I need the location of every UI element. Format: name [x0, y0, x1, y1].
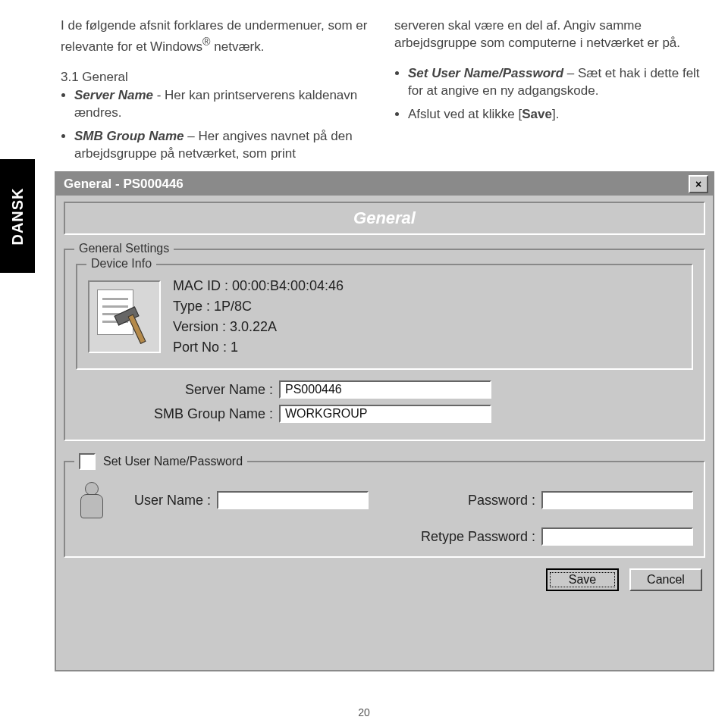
bullet-server-name: Server Name - Her kan printserverens kal…	[74, 87, 372, 122]
general-settings-legend: General Settings	[74, 242, 174, 255]
header-band: General	[64, 202, 705, 235]
credentials-group: Set User Name/Password User Name : Passw…	[64, 461, 705, 558]
left-column: I de følgende afsnit forklares de underm…	[61, 5, 372, 156]
header-band-label: General	[353, 208, 416, 228]
device-info-text: MAC ID : 00:00:B4:00:04:46 Type : 1P/8C …	[173, 276, 344, 358]
port-value: Port No : 1	[173, 337, 344, 358]
device-info-group: Device Info MAC ID : 00:00:B4:00:04:46 T…	[76, 264, 693, 370]
section-heading: 3.1 General	[61, 69, 372, 86]
cancel-button[interactable]: Cancel	[629, 568, 702, 591]
password-label: Password :	[468, 493, 535, 509]
bullet-set-user: Set User Name/Password – Sæt et hak i de…	[408, 65, 705, 100]
smb-group-input[interactable]: WORKGROUP	[279, 405, 491, 423]
server-name-input[interactable]: PS000446	[279, 380, 491, 399]
titlebar[interactable]: General - PS000446 ×	[56, 173, 713, 196]
set-user-checkbox[interactable]	[79, 453, 96, 470]
user-name-label: User Name :	[112, 493, 211, 509]
language-tab: DANSK	[0, 159, 35, 273]
close-button[interactable]: ×	[689, 175, 708, 193]
smb-group-label: SMB Group Name :	[76, 406, 273, 422]
close-icon: ×	[695, 178, 701, 190]
retype-label: Retype Password :	[421, 529, 535, 545]
credentials-legend: Set User Name/Password	[74, 453, 247, 470]
general-settings-group: General Settings Device Info MAC ID : 00…	[64, 249, 705, 441]
hammer-icon	[114, 308, 152, 346]
device-info-legend: Device Info	[86, 257, 156, 271]
server-name-label: Server Name :	[76, 382, 273, 398]
general-dialog: General - PS000446 × General General Set…	[55, 171, 714, 671]
right-column: serveren skal være en del af. Angiv samm…	[394, 5, 705, 156]
user-icon	[76, 480, 106, 520]
smb-group-row: SMB Group Name : WORKGROUP	[76, 405, 693, 423]
continuation-paragraph: serveren skal være en del af. Angiv samm…	[394, 17, 705, 52]
body-text-columns: I de følgende afsnit forklares de underm…	[61, 5, 705, 156]
page-number: 20	[0, 706, 728, 718]
type-value: Type : 1P/8C	[173, 296, 344, 317]
password-input[interactable]	[541, 491, 693, 509]
retype-row: Retype Password :	[76, 527, 693, 546]
set-user-label: Set User Name/Password	[103, 455, 243, 468]
intro-paragraph: I de følgende afsnit forklares de underm…	[61, 17, 372, 56]
save-button[interactable]: Save	[546, 568, 619, 591]
retype-input[interactable]	[541, 527, 693, 546]
bullet-smb-group: SMB Group Name – Her angives navnet på d…	[74, 128, 372, 163]
mac-id-value: MAC ID : 00:00:B4:00:04:46	[173, 276, 344, 296]
dialog-title: General - PS000446	[64, 177, 184, 192]
user-password-row: User Name : Password :	[76, 480, 693, 520]
button-bar: Save Cancel	[56, 568, 702, 591]
user-name-input[interactable]	[217, 491, 369, 509]
bullet-save: Afslut ved at klikke [Save].	[408, 106, 705, 124]
server-name-row: Server Name : PS000446	[76, 380, 693, 399]
device-icon	[88, 280, 161, 353]
language-tab-label: DANSK	[9, 187, 27, 245]
version-value: Version : 3.0.22A	[173, 317, 344, 337]
